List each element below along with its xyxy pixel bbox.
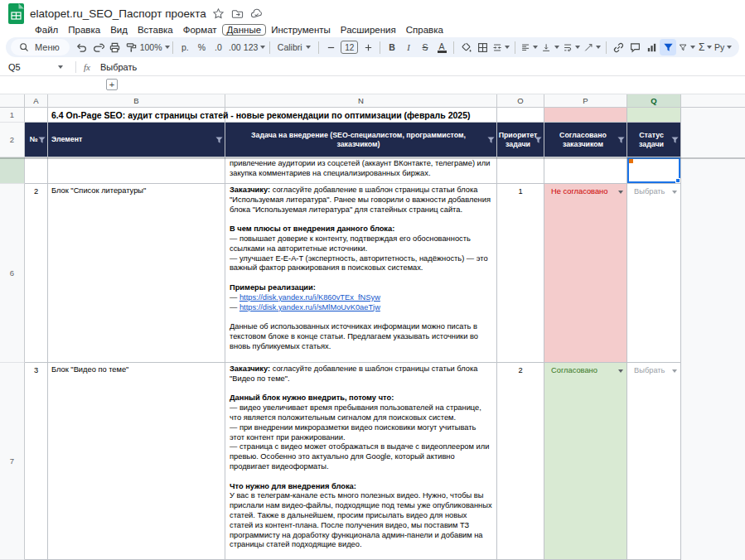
insert-link-button[interactable] (610, 39, 626, 56)
column-header-A[interactable]: A (25, 94, 48, 108)
cell-O6[interactable]: 1 (497, 184, 544, 363)
cell-Q5-selected[interactable] (627, 157, 681, 184)
column-filter-header-Q[interactable]: Статус задачи (627, 123, 681, 157)
undo-button[interactable] (74, 39, 90, 56)
filter-icon[interactable] (215, 136, 223, 143)
cell-N7[interactable]: Заказчику: согласуйте добавление в шабло… (225, 363, 497, 560)
column-header-P[interactable]: P (544, 94, 627, 108)
expand-column-group-button[interactable]: + (106, 79, 118, 90)
text-wrap-button[interactable] (561, 39, 582, 56)
yandex-disk-link[interactable]: https://disk.yandex.ru/i/sMlMoUvK0aeTjw (239, 303, 380, 311)
row-header-6[interactable]: 6 (0, 184, 25, 363)
fill-handle[interactable] (675, 178, 680, 183)
row-header-2[interactable]: 2 (0, 123, 25, 157)
column-header-N[interactable]: N (225, 94, 497, 108)
column-filter-header-A[interactable]: № (25, 123, 48, 157)
row-header-1[interactable]: 1 (0, 108, 25, 123)
row-header-7[interactable]: 7 (0, 363, 25, 560)
column-header-B[interactable]: B (48, 94, 225, 108)
strikethrough-button[interactable]: S (417, 39, 433, 56)
cell-O1[interactable] (497, 108, 544, 123)
increase-font-size-button[interactable] (360, 39, 376, 56)
increase-decimals-button[interactable]: .00 (226, 39, 243, 56)
status-dropdown-7[interactable]: Выбрать (627, 363, 681, 560)
zoom-select[interactable]: 100% (140, 39, 170, 56)
decrease-font-size-button[interactable] (322, 39, 339, 56)
font-size-input[interactable]: 12 (341, 41, 358, 54)
column-header-Q[interactable]: Q (627, 94, 681, 108)
row-header-5[interactable] (0, 157, 25, 184)
filter-views-button[interactable] (676, 39, 697, 56)
cell-A6[interactable]: 2 (25, 184, 48, 363)
column-filter-header-O[interactable]: Приоритет задачи (497, 123, 544, 157)
cell-P1[interactable] (544, 108, 627, 123)
fill-color-button[interactable] (457, 39, 474, 56)
column-filter-header-P[interactable]: Согласовано заказчиком (544, 123, 627, 157)
redo-button[interactable] (90, 39, 107, 56)
task-text: — при внедрении микроразметки видео поис… (230, 423, 476, 442)
cell-A5[interactable] (25, 157, 48, 184)
merge-cells-button[interactable] (491, 39, 511, 56)
filter-icon[interactable] (535, 136, 542, 143)
move-folder-icon[interactable] (231, 7, 244, 20)
menu-Вставка[interactable]: Вставка (133, 24, 178, 36)
menu-Вид[interactable]: Вид (105, 24, 133, 36)
menu-Правка[interactable]: Правка (63, 24, 105, 36)
cell-P5[interactable] (544, 157, 627, 184)
star-icon[interactable] (212, 7, 225, 20)
filter-icon[interactable] (38, 136, 46, 143)
cell-N5[interactable]: привлечение аудитории из соцсетей (аккау… (225, 157, 497, 184)
bold-button[interactable]: B (384, 39, 400, 56)
name-box[interactable]: Q5 (8, 62, 68, 72)
column-filter-header-N[interactable]: Задача на внедрение (SEO-специалистом, п… (225, 123, 497, 157)
input-tools-button[interactable]: Ру (714, 39, 733, 56)
menu-Инструменты[interactable]: Инструменты (266, 24, 336, 36)
text-rotation-button[interactable] (582, 39, 602, 56)
borders-button[interactable] (474, 39, 491, 56)
menus-search-button[interactable]: Меню (11, 39, 70, 56)
more-formats-button[interactable]: 123 (243, 39, 265, 56)
cell-N6[interactable]: Заказчику: согласуйте добавление в шабло… (225, 184, 497, 363)
filter-icon[interactable] (487, 136, 495, 143)
menu-Файл[interactable]: Файл (30, 24, 63, 36)
column-header-O[interactable]: O (497, 94, 544, 108)
menu-Данные[interactable]: Данные (222, 24, 267, 36)
create-filter-button[interactable] (660, 39, 676, 56)
functions-button[interactable]: Σ (697, 39, 714, 56)
menu-Расширения[interactable]: Расширения (336, 24, 401, 36)
column-filter-header-B[interactable]: Элемент (48, 123, 225, 157)
cell-A1[interactable] (25, 108, 48, 123)
italic-button[interactable]: I (400, 39, 417, 56)
cell-B6[interactable]: Блок "Список литературы" (48, 184, 225, 363)
print-button[interactable] (107, 39, 123, 56)
formula-input[interactable]: Выбрать (100, 62, 137, 72)
cell-A7[interactable]: 3 (25, 363, 48, 560)
text-color-button[interactable]: A (433, 39, 450, 56)
decrease-decimals-button[interactable]: .0 (210, 39, 226, 56)
cell-B7[interactable]: Блок "Видео по теме" (48, 363, 225, 560)
cell-O5[interactable] (497, 157, 544, 184)
cell-Q1[interactable] (627, 108, 681, 123)
menu-Справка[interactable]: Справка (401, 24, 448, 36)
yandex-disk-link[interactable]: https://disk.yandex.ru/i/K860vTEx_fNSyw (239, 293, 380, 302)
select-all-corner[interactable] (0, 94, 25, 108)
horizontal-align-button[interactable] (519, 39, 539, 56)
filter-icon[interactable] (617, 136, 625, 143)
cell-O7[interactable]: 2 (497, 363, 544, 560)
approval-dropdown-6[interactable]: Не согласовано (544, 184, 627, 363)
menu-Формат[interactable]: Формат (178, 24, 222, 36)
filter-icon[interactable] (671, 136, 679, 143)
insert-chart-button[interactable] (643, 39, 660, 56)
vertical-align-button[interactable] (539, 39, 560, 56)
sheets-logo-icon[interactable] (8, 3, 24, 24)
approval-dropdown-7[interactable]: Согласовано (544, 363, 627, 560)
font-select[interactable]: Calibri (273, 39, 316, 56)
cell-B5[interactable] (48, 157, 225, 184)
paint-format-button[interactable] (123, 39, 140, 56)
percent-format-button[interactable]: % (193, 39, 210, 56)
document-title[interactable]: elatopet.ru_SEO_Паспорт проекта (30, 7, 206, 20)
currency-format-button[interactable]: р. (177, 39, 193, 56)
insert-comment-button[interactable] (626, 39, 643, 56)
cloud-status-icon[interactable] (250, 7, 264, 20)
status-dropdown-6[interactable]: Выбрать (627, 184, 681, 363)
